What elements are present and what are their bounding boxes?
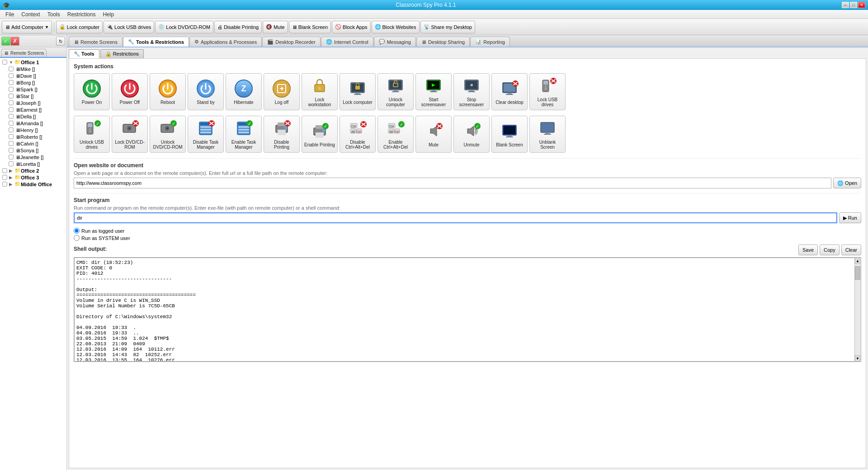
list-item[interactable]: 🖥Joseph [] (7, 99, 66, 106)
calvin-checkbox[interactable] (9, 141, 13, 146)
enable-printing-button[interactable]: ✓ Enable Printing (302, 116, 338, 153)
disable-printing-button[interactable]: 🖨 Disable Printing (214, 21, 262, 33)
lock-workstation-button[interactable]: Lock workstation (302, 73, 338, 110)
menu-context[interactable]: Context (18, 10, 43, 19)
clear-output-button[interactable]: Clear (841, 244, 861, 255)
command-input[interactable] (74, 212, 837, 223)
disable-printing-button2[interactable]: Disable Printing (264, 116, 300, 153)
share-desktop-button[interactable]: 📡 Share my Desktop (420, 21, 475, 33)
earnest-checkbox[interactable] (9, 107, 13, 112)
list-item[interactable]: 🖥Della [] (7, 113, 66, 120)
blank-screen-action-button[interactable]: Blank Screen (491, 116, 528, 153)
star-checkbox[interactable] (9, 94, 13, 98)
lock-computer-button[interactable]: 🔒 Lock computer (56, 21, 103, 33)
sidebar-uncheck-button[interactable]: ✗ (10, 37, 19, 46)
spark-checkbox[interactable] (9, 87, 13, 91)
enable-taskmgr-button[interactable]: ✓ Enable Task Manager (226, 116, 262, 153)
tree-group-office3[interactable]: ▶ 📁 Office 3 (1, 174, 66, 181)
tab-remote-screens[interactable]: 🖥 Remote Screens (69, 37, 123, 47)
stop-screensaver-button[interactable]: ■ Stop screensaver (453, 73, 490, 110)
sub-tab-restrictions[interactable]: 🔒 Restrictions (100, 49, 144, 58)
close-button[interactable]: ✕ (858, 2, 865, 8)
tab-remote-screens[interactable]: 🖥 Remote Screens (1, 49, 47, 57)
power-on-button[interactable]: Power On (74, 73, 110, 110)
tab-internet-control[interactable]: 🌐 Internet Control (321, 37, 373, 47)
unlock-computer-button[interactable]: Unlock computer (377, 73, 414, 110)
menu-restrictions[interactable]: Restrictions (64, 10, 99, 19)
list-item[interactable]: 🖥Jeanette [] (7, 154, 66, 160)
list-item[interactable]: 🖥Dave [] (7, 72, 66, 79)
reboot-button[interactable]: Reboot (150, 73, 186, 110)
sub-tab-tools[interactable]: 🔧 Tools (69, 49, 99, 58)
maximize-button[interactable]: □ (850, 2, 857, 8)
list-item[interactable]: 🖥Roberto [] (7, 133, 66, 140)
office1-expander[interactable]: ▼ (9, 60, 14, 65)
tree-group-office2[interactable]: ▶ 📁 Office 2 (1, 167, 66, 174)
list-item[interactable]: 🖥Sonya [] (7, 147, 66, 154)
loretta-checkbox[interactable] (9, 161, 13, 166)
list-item[interactable]: 🖥Amanda [] (7, 120, 66, 127)
mute-action-button[interactable]: Mute (415, 116, 452, 153)
add-computer-button[interactable]: 🖥 Add Computer ▼ (2, 21, 52, 33)
middle-office-checkbox[interactable] (2, 182, 7, 186)
list-item[interactable]: 🖥Star [] (7, 93, 66, 99)
office2-expander[interactable]: ▶ (9, 169, 14, 173)
lock-dvd-button[interactable]: 💿 Lock DVD/CD-ROM (155, 21, 213, 33)
menu-file[interactable]: File (2, 10, 18, 19)
clear-desktop-button[interactable]: Clear desktop (491, 73, 528, 110)
standby-button[interactable]: Stand by (188, 73, 224, 110)
run-as-logged-user-radio[interactable] (74, 228, 80, 234)
run-button[interactable]: ▶ Run (839, 212, 861, 223)
sidebar-refresh-button[interactable]: ↻ (56, 37, 65, 46)
list-item[interactable]: 🖥Mike [] (7, 66, 66, 72)
lock-usb-drives-button[interactable]: Lock USB drives (529, 73, 566, 110)
disable-cad-button[interactable]: Ctrl Alt Del Disable Ctrl+Alt+Del (340, 116, 376, 153)
scrollbar-down[interactable]: ▼ (855, 355, 860, 362)
list-item[interactable]: 🖥Henry [] (7, 127, 66, 133)
list-item[interactable]: 🖥Spark [] (7, 86, 66, 93)
save-output-button[interactable]: Save (798, 244, 818, 255)
tab-reporting[interactable]: 📊 Reporting (470, 37, 510, 47)
block-websites-button[interactable]: 🌐 Block Websites (372, 21, 420, 33)
list-item[interactable]: 🖥Earnest [] (7, 106, 66, 113)
mike-checkbox[interactable] (9, 66, 13, 71)
della-checkbox[interactable] (9, 114, 13, 118)
henry-checkbox[interactable] (9, 127, 13, 132)
middle-office-expander[interactable]: ▶ (9, 182, 14, 187)
copy-output-button[interactable]: Copy (820, 244, 840, 255)
tab-desktop-sharing[interactable]: 🖥 Desktop Sharing (416, 37, 470, 47)
dave-checkbox[interactable] (9, 73, 13, 78)
menu-tools[interactable]: Tools (44, 10, 64, 19)
start-screensaver-button[interactable]: ▶ Start screensaver (415, 73, 452, 110)
unblank-screen-button[interactable]: Unblank Screen (529, 116, 566, 153)
hibernate-button[interactable]: Z Hibernate (226, 73, 262, 110)
scrollbar-up[interactable]: ▲ (855, 258, 860, 264)
logoff-button[interactable]: Log off (264, 73, 300, 110)
unlock-dvd-button[interactable]: ✓ Unlock DVD/CD-ROM (150, 116, 186, 153)
unmute-button[interactable]: ✓ Unmute (453, 116, 490, 153)
borg-checkbox[interactable] (9, 80, 13, 85)
menu-help[interactable]: Help (99, 10, 118, 19)
tab-applications[interactable]: ⚙ Applications & Processes (189, 37, 262, 47)
office1-checkbox[interactable] (2, 60, 7, 64)
minimize-button[interactable]: ─ (842, 2, 849, 8)
mute-button[interactable]: 🔇 Mute (263, 21, 288, 33)
scrollbar-thumb[interactable] (855, 266, 860, 280)
enable-cad-button[interactable]: Ctrl Alt Del ✓ Enable Ctrl+Alt+Del (377, 116, 414, 153)
blank-screen-button[interactable]: 🖥 Blank Screen (289, 21, 331, 33)
scrollbar[interactable]: ▲ ▼ (854, 258, 861, 362)
joseph-checkbox[interactable] (9, 100, 13, 105)
block-apps-button[interactable]: 🚫 Block Apps (332, 21, 370, 33)
amanda-checkbox[interactable] (9, 121, 13, 125)
roberto-checkbox[interactable] (9, 134, 13, 139)
tab-messaging[interactable]: 💬 Messaging (374, 37, 416, 47)
lock-usb-button[interactable]: 🔌 Lock USB drives (104, 21, 154, 33)
run-as-logged-user-label[interactable]: Run as logged user (74, 228, 861, 234)
sonya-checkbox[interactable] (9, 148, 13, 152)
power-off-button[interactable]: Power Off (112, 73, 148, 110)
disable-taskmgr-button[interactable]: Disable Task Manager (188, 116, 224, 153)
tree-group-office1[interactable]: ▼ 📁 Office 1 (1, 59, 66, 66)
lock-dvd-button2[interactable]: Lock DVD/CD-ROM (112, 116, 148, 153)
open-url-button[interactable]: 🌐 Open (833, 178, 861, 188)
jeanette-checkbox[interactable] (9, 155, 13, 159)
